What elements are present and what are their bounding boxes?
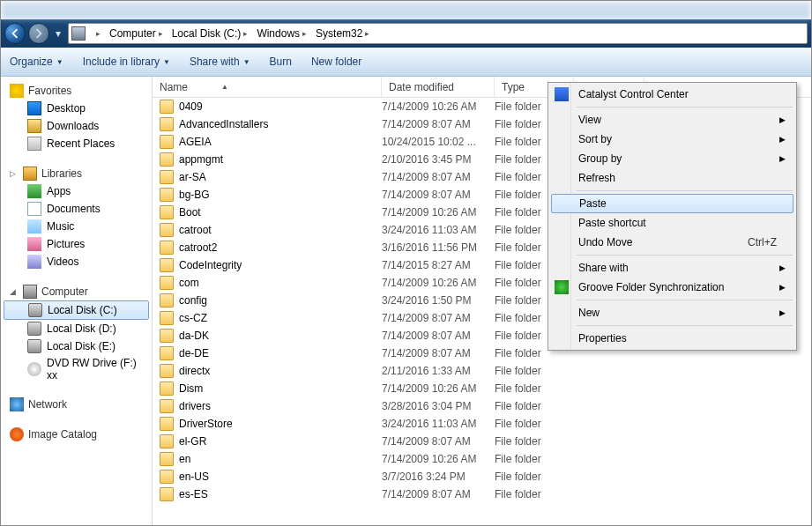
sidebar-item-label: Documents — [47, 203, 101, 215]
folder-icon — [160, 241, 174, 255]
sidebar-item-label: Videos — [47, 256, 78, 268]
libraries-icon — [23, 167, 37, 181]
ctx-view[interactable]: View▶ — [550, 110, 794, 130]
folder-icon — [160, 311, 174, 325]
breadcrumb-computer[interactable]: Computer▸ — [105, 24, 168, 43]
computer-header[interactable]: ◢Computer — [1, 283, 152, 300]
ctx-sort-by[interactable]: Sort by▶ — [550, 130, 794, 149]
breadcrumb-system32[interactable]: System32▸ — [311, 24, 374, 43]
disk-icon — [27, 339, 41, 353]
navigation-pane: Favorites DesktopDownloadsRecent Places … — [1, 77, 153, 526]
ctx-paste-shortcut[interactable]: Paste shortcut — [550, 213, 794, 233]
sidebar-item[interactable]: Local Disk (E:) — [1, 337, 152, 355]
context-menu: Catalyst Control Center View▶ Sort by▶ G… — [548, 82, 797, 351]
sidebar-item[interactable]: Music — [1, 218, 152, 235]
libraries-header[interactable]: ▷Libraries — [1, 165, 152, 182]
address-bar[interactable]: ▸ Computer▸ Local Disk (C:)▸ Windows▸ Sy… — [68, 23, 808, 44]
file-row[interactable]: directx2/11/2016 1:33 AMFile folder — [153, 362, 811, 380]
ctx-share-with[interactable]: Share with▶ — [550, 258, 794, 278]
network-header[interactable]: Network — [1, 396, 152, 413]
recent-icon — [27, 137, 41, 151]
ctx-new[interactable]: New▶ — [550, 303, 794, 322]
sidebar-item[interactable]: Downloads — [1, 117, 152, 135]
command-bar: Organize▼ Include in library▼ Share with… — [1, 48, 811, 77]
sidebar-item[interactable]: Documents — [1, 200, 152, 218]
file-date: 7/14/2009 8:07 AM — [382, 189, 495, 201]
sidebar-item[interactable]: Pictures — [1, 235, 152, 253]
breadcrumb-root[interactable]: ▸ — [89, 24, 105, 43]
image-catalog-header[interactable]: Image Catalog — [1, 426, 152, 443]
file-row[interactable]: en7/14/2009 10:26 AMFile folder — [153, 450, 811, 468]
folder-icon — [160, 170, 174, 184]
sidebar-item-label: Apps — [47, 185, 71, 197]
sidebar-item[interactable]: Local Disk (D:) — [1, 320, 152, 337]
file-date: 2/11/2016 1:33 AM — [382, 365, 495, 377]
folder-icon — [160, 152, 174, 167]
file-name: Dism — [179, 382, 203, 395]
include-in-library-menu[interactable]: Include in library▼ — [83, 56, 170, 68]
file-date: 7/14/2009 10:26 AM — [382, 382, 495, 395]
sidebar-item[interactable]: Desktop — [1, 100, 152, 117]
breadcrumb-drive[interactable]: Local Disk (C:)▸ — [168, 24, 253, 43]
folder-icon — [160, 293, 174, 307]
apps-icon — [27, 184, 41, 198]
ctx-refresh[interactable]: Refresh — [550, 168, 794, 188]
folder-icon — [160, 417, 174, 431]
file-row[interactable]: en-US3/7/2016 3:24 PMFile folder — [153, 468, 811, 485]
sidebar-item[interactable]: Videos — [1, 253, 152, 270]
separator — [577, 190, 793, 191]
sidebar-item[interactable]: Recent Places — [1, 135, 152, 152]
burn-button[interactable]: Burn — [270, 56, 292, 68]
folder-icon — [160, 346, 174, 360]
file-date: 7/14/2009 8:07 AM — [382, 118, 495, 130]
sidebar-item[interactable]: Apps — [1, 182, 152, 200]
share-with-menu[interactable]: Share with▼ — [190, 56, 250, 68]
favorites-header[interactable]: Favorites — [1, 82, 152, 100]
folder-icon — [160, 223, 174, 237]
file-type: File folder — [495, 382, 574, 395]
pic-icon — [27, 237, 41, 251]
file-row[interactable]: Dism7/14/2009 10:26 AMFile folder — [153, 380, 811, 397]
organize-menu[interactable]: Organize▼ — [10, 56, 63, 68]
file-row[interactable]: es-ES7/14/2009 8:07 AMFile folder — [153, 485, 811, 503]
folder-icon — [160, 434, 174, 448]
file-date: 3/24/2016 11:03 AM — [382, 418, 495, 430]
back-button[interactable] — [4, 23, 26, 44]
music-icon — [27, 219, 41, 233]
file-row[interactable]: el-GR7/14/2009 8:07 AMFile folder — [153, 433, 811, 450]
separator — [577, 255, 793, 256]
doc-icon — [27, 202, 41, 216]
window-titlebar — [1, 1, 811, 19]
sidebar-item[interactable]: Local Disk (C:) — [4, 300, 149, 320]
column-name[interactable]: Name▲ — [153, 77, 382, 97]
forward-button[interactable] — [28, 23, 49, 44]
file-name: ar-SA — [179, 171, 206, 183]
file-type: File folder — [495, 488, 574, 500]
sidebar-item[interactable]: DVD RW Drive (F:) xx — [1, 355, 152, 383]
file-type: File folder — [495, 400, 574, 412]
ctx-paste[interactable]: Paste — [551, 194, 793, 213]
folder-icon — [160, 100, 174, 114]
file-date: 10/24/2015 10:02 ... — [382, 136, 495, 148]
file-name: es-ES — [179, 488, 208, 500]
new-folder-button[interactable]: New folder — [311, 56, 361, 68]
dvd-icon — [27, 362, 41, 376]
ctx-group-by[interactable]: Group by▶ — [550, 149, 794, 168]
ctx-undo-move[interactable]: Undo MoveCtrl+Z — [550, 233, 794, 252]
folder-icon — [160, 188, 174, 202]
file-type: File folder — [495, 418, 574, 430]
file-row[interactable]: drivers3/28/2016 3:04 PMFile folder — [153, 397, 811, 415]
file-date: 7/14/2015 8:27 AM — [382, 259, 495, 271]
ctx-groove-sync[interactable]: Groove Folder Synchronization▶ — [550, 278, 794, 297]
ccc-icon — [555, 87, 569, 101]
ctx-properties[interactable]: Properties — [550, 329, 794, 348]
disk-icon — [27, 322, 41, 336]
file-name: catroot2 — [179, 241, 217, 254]
file-row[interactable]: DriverStore3/24/2016 11:03 AMFile folder — [153, 415, 811, 433]
history-dropdown[interactable]: ▾ — [52, 24, 64, 43]
groove-icon — [555, 280, 569, 294]
ctx-catalyst-control-center[interactable]: Catalyst Control Center — [550, 85, 794, 104]
breadcrumb-windows[interactable]: Windows▸ — [252, 24, 311, 43]
file-date: 7/14/2009 10:26 AM — [382, 277, 495, 289]
column-date[interactable]: Date modified — [382, 77, 495, 97]
